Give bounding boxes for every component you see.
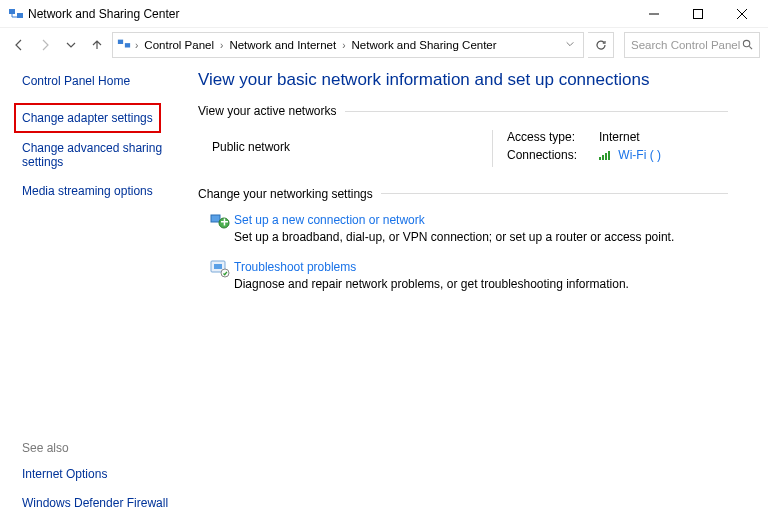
access-type-value: Internet	[599, 130, 640, 144]
close-button[interactable]	[720, 0, 764, 28]
chevron-right-icon: ›	[340, 40, 347, 51]
minimize-button[interactable]	[632, 0, 676, 28]
setup-connection-item: Set up a new connection or network Set u…	[206, 213, 728, 244]
breadcrumb[interactable]: › Control Panel › Network and Internet ›…	[112, 32, 584, 58]
svg-rect-7	[125, 43, 130, 47]
sidebar-change-adapter[interactable]: Change adapter settings	[14, 103, 161, 133]
access-type-label: Access type:	[507, 130, 599, 144]
svg-rect-17	[224, 218, 226, 225]
back-button[interactable]	[8, 34, 30, 56]
view-active-header: View your active networks	[198, 104, 728, 118]
search-input[interactable]	[631, 39, 742, 51]
svg-point-8	[743, 40, 749, 46]
sidebar-media-streaming[interactable]: Media streaming options	[22, 184, 174, 198]
svg-line-9	[749, 46, 752, 49]
setup-connection-desc: Set up a broadband, dial-up, or VPN conn…	[234, 230, 674, 244]
content: Control Panel Home Change adapter settin…	[0, 62, 768, 528]
sidebar-advanced-sharing[interactable]: Change advanced sharing settings	[22, 141, 174, 169]
sidebar-home[interactable]: Control Panel Home	[22, 74, 174, 88]
app-icon	[8, 6, 24, 22]
crumb-control-panel[interactable]: Control Panel	[142, 39, 216, 51]
connections-value[interactable]: Wi-Fi ( )	[599, 148, 661, 163]
address-dropdown[interactable]	[561, 38, 579, 52]
change-settings-header: Change your networking settings	[198, 187, 728, 201]
maximize-button[interactable]	[676, 0, 720, 28]
network-name: Public network	[212, 140, 492, 154]
sidebar-internet-options[interactable]: Internet Options	[22, 467, 174, 481]
troubleshoot-desc: Diagnose and repair network problems, or…	[234, 277, 629, 291]
setup-connection-link[interactable]: Set up a new connection or network	[234, 213, 674, 227]
troubleshoot-link[interactable]: Troubleshoot problems	[234, 260, 629, 274]
svg-rect-19	[214, 264, 222, 269]
see-also-label: See also	[22, 441, 174, 455]
up-button[interactable]	[86, 34, 108, 56]
forward-button[interactable]	[34, 34, 56, 56]
page-title: View your basic network information and …	[198, 70, 728, 90]
svg-rect-13	[608, 151, 610, 160]
divider	[345, 111, 728, 112]
network-name-block: Public network	[212, 130, 492, 167]
sidebar: Control Panel Home Change adapter settin…	[0, 62, 188, 528]
search-icon	[742, 39, 753, 52]
wifi-signal-icon	[599, 149, 611, 163]
title-bar: Network and Sharing Center	[0, 0, 768, 28]
address-bar: › Control Panel › Network and Internet ›…	[0, 28, 768, 62]
svg-rect-14	[211, 215, 220, 222]
settings-list: Set up a new connection or network Set u…	[198, 213, 728, 291]
svg-rect-12	[605, 153, 607, 160]
divider	[381, 193, 728, 194]
svg-point-20	[221, 269, 229, 277]
svg-rect-11	[602, 155, 604, 160]
troubleshoot-item: Troubleshoot problems Diagnose and repai…	[206, 260, 728, 291]
chevron-right-icon: ›	[218, 40, 225, 51]
svg-rect-6	[118, 39, 123, 43]
view-active-label: View your active networks	[198, 104, 337, 118]
svg-rect-0	[9, 9, 15, 14]
svg-rect-10	[599, 157, 601, 160]
chevron-right-icon: ›	[133, 40, 140, 51]
crumb-network-sharing[interactable]: Network and Sharing Center	[349, 39, 498, 51]
control-panel-icon	[117, 37, 131, 54]
wifi-link[interactable]: Wi-Fi ( )	[618, 148, 661, 162]
network-details: Access type: Internet Connections: Wi-Fi…	[492, 130, 661, 167]
active-network: Public network Access type: Internet Con…	[212, 130, 728, 167]
change-settings-label: Change your networking settings	[198, 187, 373, 201]
troubleshoot-icon	[206, 260, 234, 291]
refresh-button[interactable]	[588, 32, 614, 58]
sidebar-firewall[interactable]: Windows Defender Firewall	[22, 496, 174, 510]
connections-label: Connections:	[507, 148, 599, 163]
search-input-wrap[interactable]	[624, 32, 760, 58]
svg-rect-3	[694, 9, 703, 18]
main-panel: View your basic network information and …	[188, 62, 768, 528]
setup-connection-icon	[206, 213, 234, 244]
window-title: Network and Sharing Center	[28, 7, 179, 21]
recent-dropdown[interactable]	[60, 34, 82, 56]
crumb-network-internet[interactable]: Network and Internet	[227, 39, 338, 51]
